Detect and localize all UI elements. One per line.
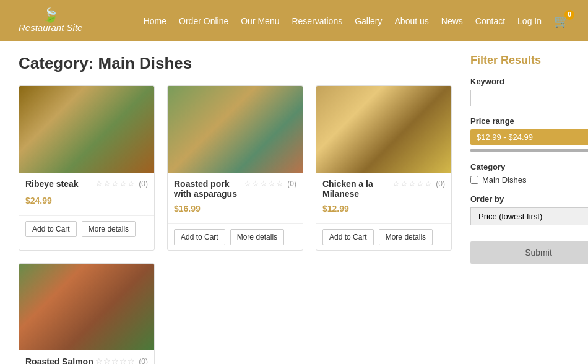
product-price: $16.99 [174,204,296,214]
stars: ☆☆☆☆☆ [95,357,136,364]
add-to-cart-button[interactable]: Add to Cart [174,229,225,245]
nav-gallery[interactable]: Gallery [355,16,382,26]
stars: ☆☆☆☆☆ [95,179,136,188]
more-details-button[interactable]: More details [230,229,284,245]
site-header: 🍃 Restaurant Site Home Order Online Our … [0,0,588,41]
name-rating-row: Roasted pork with asparagus ☆☆☆☆☆ (0) [174,179,296,201]
product-card: Chicken a la Milanese ☆☆☆☆☆ (0) $12.99 A… [316,85,452,251]
category-checkbox[interactable] [470,176,478,184]
order-section: Order by Price (lowest first) [470,194,588,225]
submit-button[interactable]: Submit [470,241,588,264]
rating-count: (0) [436,180,445,188]
nav-login[interactable]: Log In [517,16,542,26]
price-section: Price range $12.99 - $24.99 [470,116,588,152]
main-container: Category: Main Dishes Ribeye steak ☆☆☆☆☆… [0,41,588,364]
category-option-label: Main Dishes [482,175,527,184]
nav-contact[interactable]: Contact [475,16,505,26]
keyword-label: Keyword [470,77,588,86]
nav-our-menu[interactable]: Our Menu [241,16,279,26]
product-info: Roasted Salmon Steak ☆☆☆☆☆ (0) $14.90 [19,350,154,364]
nav-about-us[interactable]: About us [395,16,429,26]
logo-text: Restaurant Site [19,22,82,33]
keyword-section: Keyword [470,77,588,106]
add-to-cart-button[interactable]: Add to Cart [322,229,374,245]
product-name: Roasted pork with asparagus [174,179,244,199]
product-image-salmon [19,264,154,350]
rating-count: (0) [139,180,148,188]
product-name: Ribeye steak [25,179,79,189]
product-price: $24.99 [25,196,148,206]
logo[interactable]: 🍃 Restaurant Site [19,9,82,33]
category-label: Category [470,162,588,171]
nav-news[interactable]: News [441,16,463,26]
product-info: Roasted pork with asparagus ☆☆☆☆☆ (0) $1… [168,173,303,223]
more-details-button[interactable]: More details [379,229,433,245]
rating-row: ☆☆☆☆☆ (0) [244,179,296,188]
rating-row: ☆☆☆☆☆ (0) [392,179,445,188]
order-select[interactable]: Price (lowest first) [470,207,588,225]
name-rating-row: Ribeye steak ☆☆☆☆☆ (0) [25,179,148,193]
product-image-pork [168,86,303,173]
range-slider[interactable] [470,149,588,152]
product-image-ribeye [19,86,154,173]
add-to-cart-button[interactable]: Add to Cart [25,221,77,237]
product-name: Chicken a la Milanese [322,179,392,199]
range-fill [470,149,588,152]
name-rating-row: Roasted Salmon Steak ☆☆☆☆☆ (0) [25,357,148,364]
product-card: Ribeye steak ☆☆☆☆☆ (0) $24.99 Add to Car… [19,85,155,251]
category-check-label[interactable]: Main Dishes [470,175,588,184]
filter-title: Filter Results [470,54,588,67]
rating-row: ☆☆☆☆☆ (0) [95,179,148,188]
product-info: Chicken a la Milanese ☆☆☆☆☆ (0) $12.99 [316,173,451,223]
product-actions: Add to Cart More details [316,223,451,250]
main-nav: Home Order Online Our Menu Reservations … [144,14,569,28]
product-price: $12.99 [322,204,445,214]
products-grid: Ribeye steak ☆☆☆☆☆ (0) $24.99 Add to Car… [19,85,452,364]
product-image-chicken [316,86,451,173]
product-card: Roasted Salmon Steak ☆☆☆☆☆ (0) $14.90 Ad… [19,263,155,364]
keyword-input[interactable] [470,90,588,106]
stars: ☆☆☆☆☆ [244,179,284,188]
cart-badge: 0 [564,10,574,20]
rating-count: (0) [287,180,296,188]
product-info: Ribeye steak ☆☆☆☆☆ (0) $24.99 [19,173,154,215]
rating-count: (0) [139,357,148,365]
category-section: Category Main Dishes [470,162,588,184]
name-rating-row: Chicken a la Milanese ☆☆☆☆☆ (0) [322,179,445,201]
nav-order-online[interactable]: Order Online [179,16,228,26]
stars: ☆☆☆☆☆ [392,179,433,188]
product-actions: Add to Cart More details [168,223,303,250]
filter-sidebar: Filter Results Keyword Price range $12.9… [470,54,588,364]
products-area: Category: Main Dishes Ribeye steak ☆☆☆☆☆… [19,54,452,364]
price-label: Price range [470,116,588,126]
logo-icon: 🍃 [42,9,59,22]
nav-reservations[interactable]: Reservations [292,16,342,26]
more-details-button[interactable]: More details [82,221,136,237]
nav-home[interactable]: Home [144,16,166,26]
price-range-display: $12.99 - $24.99 [470,129,588,145]
product-card: Roasted pork with asparagus ☆☆☆☆☆ (0) $1… [167,85,303,251]
order-label: Order by [470,194,588,204]
page-title: Category: Main Dishes [19,54,452,73]
rating-row: ☆☆☆☆☆ (0) [95,357,148,364]
cart-button[interactable]: 🛒 0 [554,14,569,28]
product-actions: Add to Cart More details [19,215,154,242]
product-name: Roasted Salmon Steak [25,357,95,364]
